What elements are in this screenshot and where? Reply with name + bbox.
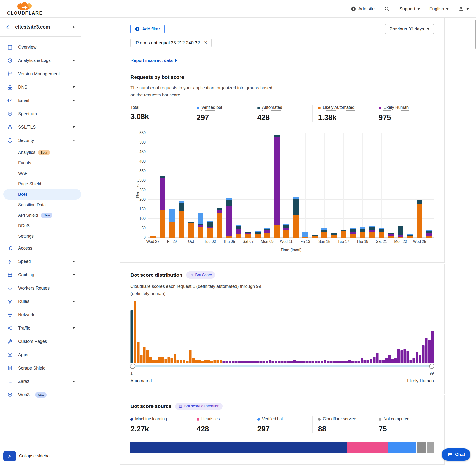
histogram-bar[interactable]: [269, 360, 271, 363]
stacked-bar[interactable]: [255, 231, 261, 238]
histogram-bar[interactable]: [226, 361, 228, 363]
source-segment-cloudflare-service[interactable]: [417, 442, 426, 453]
stat-label[interactable]: Likely Human: [383, 105, 409, 111]
histogram-bar[interactable]: [272, 361, 274, 363]
histogram-bar[interactable]: [232, 361, 234, 363]
histogram-bar[interactable]: [425, 338, 427, 363]
histogram-bar[interactable]: [333, 361, 336, 363]
stat-label[interactable]: Automated: [262, 105, 282, 111]
stacked-bar[interactable]: [236, 225, 242, 238]
stacked-bar[interactable]: [188, 222, 194, 238]
stat-label[interactable]: Not computed: [383, 416, 409, 422]
cloudflare-logo[interactable]: CLOUDFLARE: [7, 2, 43, 15]
sidebar-item-custom-pages[interactable]: Custom Pages: [0, 335, 81, 348]
sidebar-item-settings[interactable]: Settings: [0, 231, 81, 242]
zone-selector[interactable]: cftestsite3.com: [0, 18, 81, 37]
sidebar-item-workers-routes[interactable]: Workers Routes: [0, 281, 81, 295]
histogram-bar[interactable]: [299, 361, 302, 363]
histogram-bar[interactable]: [318, 361, 320, 363]
slider-handle-min[interactable]: [130, 364, 135, 369]
collapse-sidebar-label[interactable]: Collapse sidebar: [19, 454, 51, 459]
histogram-bar[interactable]: [229, 361, 232, 363]
sidebar-item-zaraz[interactable]: Zaraz: [0, 375, 81, 388]
histogram-bar[interactable]: [311, 361, 314, 363]
histogram-bar[interactable]: [186, 361, 189, 363]
stacked-bar[interactable]: [264, 228, 270, 238]
histogram-bar[interactable]: [247, 361, 250, 363]
chevron-right-icon[interactable]: [73, 26, 76, 28]
histogram-bar[interactable]: [177, 360, 179, 363]
stacked-bar[interactable]: [369, 226, 375, 238]
stacked-bar[interactable]: [312, 234, 318, 238]
histogram-bar[interactable]: [302, 361, 305, 363]
histogram-bar[interactable]: [278, 361, 281, 363]
histogram-bar[interactable]: [373, 357, 376, 363]
sidebar-item-analytics-logs[interactable]: Analytics & Logs: [0, 54, 81, 67]
sidebar-item-rules[interactable]: Rules: [0, 295, 81, 308]
histogram-bar[interactable]: [422, 346, 424, 363]
sidebar-item-traffic[interactable]: Traffic: [0, 321, 81, 335]
histogram-bar[interactable]: [413, 358, 415, 363]
support-menu[interactable]: Support: [399, 6, 420, 11]
histogram-bar[interactable]: [281, 361, 284, 363]
stacked-bar[interactable]: [321, 228, 327, 238]
remove-filter-icon[interactable]: ✕: [204, 40, 208, 46]
histogram-bar[interactable]: [174, 354, 176, 363]
histogram-bar[interactable]: [265, 361, 268, 363]
histogram-bar[interactable]: [287, 361, 290, 363]
histogram-bar[interactable]: [235, 361, 237, 363]
stacked-bar[interactable]: [274, 135, 280, 238]
histogram-bar[interactable]: [416, 352, 418, 363]
stacked-bar[interactable]: [245, 232, 251, 238]
histogram-bar[interactable]: [167, 357, 170, 363]
stacked-bar[interactable]: [417, 200, 423, 238]
histogram-bar[interactable]: [348, 360, 351, 363]
histogram-bar[interactable]: [330, 361, 332, 363]
histogram-bar[interactable]: [211, 361, 213, 363]
sidebar-item-sensitive-data[interactable]: Sensitive Data: [0, 200, 81, 210]
histogram-bar[interactable]: [410, 360, 412, 363]
source-segment-verified-bot[interactable]: [388, 442, 416, 453]
histogram-bar[interactable]: [223, 361, 225, 363]
sidebar-item-spectrum[interactable]: Spectrum: [0, 107, 81, 120]
sidebar-item-security[interactable]: Security: [0, 134, 81, 147]
stacked-bar[interactable]: [217, 208, 222, 238]
histogram-bar[interactable]: [161, 357, 164, 363]
histogram-bar[interactable]: [207, 360, 210, 363]
source-segment-machine-learning[interactable]: [130, 442, 347, 453]
histogram-bar[interactable]: [149, 357, 152, 363]
stacked-bar[interactable]: [150, 236, 156, 238]
sidebar-item-network[interactable]: Network: [0, 308, 81, 321]
histogram-bar[interactable]: [321, 361, 323, 363]
histogram-bar[interactable]: [134, 301, 137, 363]
sidebar-item-api-shield[interactable]: API ShieldNew: [0, 210, 81, 221]
sidebar-item-email[interactable]: Email: [0, 94, 81, 107]
histogram-bar[interactable]: [250, 361, 253, 363]
histogram-bar[interactable]: [385, 358, 388, 363]
date-range-select[interactable]: Previous 30 days: [385, 24, 434, 34]
stacked-bar[interactable]: [426, 231, 432, 238]
histogram-bar[interactable]: [201, 361, 204, 363]
histogram-bar[interactable]: [327, 361, 329, 363]
histogram-bar[interactable]: [345, 361, 348, 363]
histogram-bar[interactable]: [360, 358, 363, 363]
histogram-bar[interactable]: [143, 347, 146, 363]
stacked-bar[interactable]: [293, 197, 299, 238]
stat-label[interactable]: Verified bot: [262, 416, 283, 422]
sidebar-item-access[interactable]: Access: [0, 242, 81, 255]
sidebar-item-waf[interactable]: WAF: [0, 168, 81, 179]
histogram-bar[interactable]: [198, 360, 201, 363]
sidebar-item-page-shield[interactable]: Page Shield: [0, 179, 81, 189]
histogram-bar[interactable]: [406, 351, 409, 363]
histogram-bar[interactable]: [284, 361, 286, 363]
stacked-bar[interactable]: [331, 233, 337, 238]
histogram-bar[interactable]: [296, 361, 299, 363]
sidebar-item-ssl-tls[interactable]: SSL/TLS: [0, 120, 81, 134]
histogram-bar[interactable]: [220, 360, 222, 363]
stacked-bar[interactable]: [350, 228, 356, 238]
slider-track[interactable]: [130, 365, 434, 367]
sidebar-item-speed[interactable]: Speed: [0, 255, 81, 268]
filter-chip[interactable]: IP does not equal 35.212.240.32 ✕: [130, 38, 212, 48]
sidebar-item-ddos[interactable]: DDoS: [0, 221, 81, 231]
sidebar-item-caching[interactable]: Caching: [0, 268, 81, 281]
